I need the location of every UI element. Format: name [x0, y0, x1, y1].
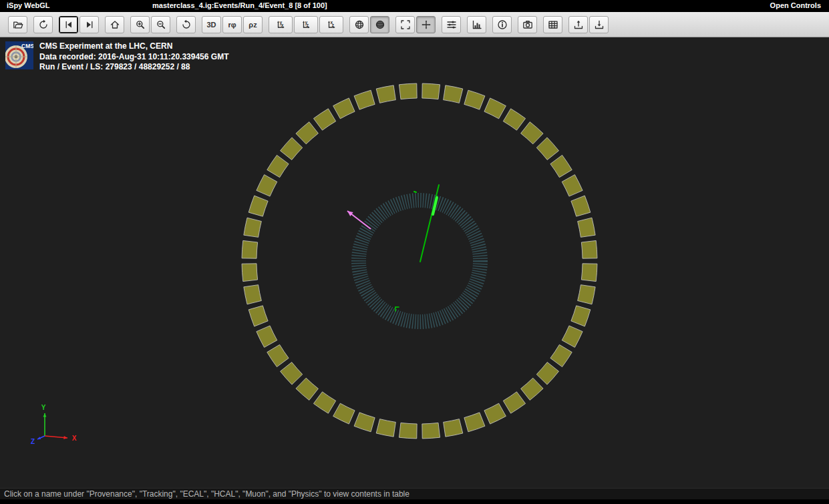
muon-chamber-segment[interactable] — [333, 403, 355, 424]
rotate-left-icon — [181, 19, 192, 30]
muon-chamber-segment[interactable] — [521, 378, 544, 400]
muon-chamber-segment[interactable] — [313, 392, 335, 413]
toolbar: 3D rφ ρz yx yz xz — [0, 12, 829, 37]
muon-chamber-segment[interactable] — [248, 196, 268, 216]
view-3d-button[interactable]: 3D — [202, 16, 221, 33]
muon-chamber-segment[interactable] — [333, 98, 355, 119]
muon-chamber-segment[interactable] — [578, 218, 595, 237]
zoom-out-icon — [156, 19, 166, 30]
muon-chamber-segment[interactable] — [376, 85, 395, 103]
muon-chamber-segment[interactable] — [578, 285, 595, 304]
muon-chamber-segment[interactable] — [464, 90, 485, 109]
tracker-ring[interactable] — [359, 200, 480, 322]
wireframe-sphere-button[interactable] — [349, 16, 369, 33]
table-button[interactable] — [543, 16, 562, 33]
muon-chamber-segment[interactable] — [422, 83, 440, 99]
muon-chamber-segment[interactable] — [550, 155, 572, 177]
muon-chamber-segment[interactable] — [536, 362, 558, 385]
center-view-button[interactable] — [416, 16, 436, 33]
muon-chamber-segment[interactable] — [444, 85, 463, 103]
view-xz-button[interactable]: xz — [319, 16, 343, 33]
muon-chamber-segment[interactable] — [422, 423, 440, 439]
view-yx-button[interactable]: yx — [269, 16, 293, 33]
settings-button[interactable] — [442, 16, 461, 33]
axis-letter: z — [332, 22, 335, 27]
muon-chamber-segment[interactable] — [521, 122, 544, 144]
next-event-icon — [84, 19, 95, 30]
open-controls-button[interactable]: Open Controls — [770, 1, 821, 9]
axis-letter: x — [281, 22, 284, 27]
muon-chamber-segment[interactable] — [399, 83, 417, 99]
axis-y-arrow-head — [43, 413, 47, 417]
fullscreen-button[interactable] — [395, 16, 415, 33]
upload-button[interactable] — [568, 16, 588, 33]
camera-button[interactable] — [518, 16, 537, 33]
data-recorded: Data recorded: 2016-Aug-31 10:11:20.3394… — [39, 52, 228, 63]
muon-chamber-segment[interactable] — [399, 423, 417, 439]
muon-chamber-segment[interactable] — [248, 306, 268, 326]
muon-chamber-segment[interactable] — [257, 175, 277, 196]
muon-chamber-segment[interactable] — [244, 218, 261, 237]
previous-event-icon — [63, 19, 74, 30]
muon-chamber-segment[interactable] — [354, 413, 375, 432]
axis-view-yx-icon: yx — [275, 19, 286, 30]
muon-chamber-segment[interactable] — [281, 138, 303, 160]
experiment-title: CMS Experiment at the LHC, CERN — [39, 41, 228, 52]
muon-chamber-segment[interactable] — [581, 240, 597, 258]
track-stub-top[interactable] — [414, 192, 416, 192]
event-info-overlay: CMS CMS Experiment at the LHC, CERN Data… — [5, 41, 228, 73]
rotate-left-button[interactable] — [176, 16, 196, 33]
camera-icon — [522, 19, 533, 30]
solid-sphere-button[interactable] — [370, 16, 389, 33]
event-display-canvas[interactable]: YXZ — [0, 37, 829, 488]
next-event-button[interactable] — [79, 16, 99, 33]
zoom-out-button[interactable] — [151, 16, 170, 33]
muon-chamber-segment[interactable] — [257, 326, 277, 347]
reload-button[interactable] — [33, 16, 53, 33]
muon-chamber-segment[interactable] — [242, 264, 258, 282]
axis-x-label: X — [72, 435, 77, 442]
muon-chamber-segment[interactable] — [354, 90, 375, 109]
previous-event-button[interactable] — [59, 16, 78, 33]
muon-chamber-segment[interactable] — [376, 419, 395, 437]
muon-chamber-segment[interactable] — [313, 109, 335, 130]
muon-chamber-segment[interactable] — [503, 392, 525, 413]
muon-chamber-segment[interactable] — [484, 98, 506, 119]
zoom-in-icon — [135, 19, 146, 30]
muon-chamber-segment[interactable] — [536, 138, 558, 160]
home-button[interactable] — [105, 16, 124, 33]
muon-chamber-segment[interactable] — [484, 403, 506, 424]
muon-chamber-segment[interactable] — [296, 122, 319, 144]
muon-chamber-segment[interactable] — [242, 240, 258, 258]
histogram-button[interactable] — [467, 16, 486, 33]
titlebar: iSpy WebGL masterclass_4.ig:Events/Run_4… — [0, 0, 829, 12]
bottom-strip — [0, 499, 829, 504]
event-display-area: YXZ CMS CMS Experiment at the LHC, CERN … — [0, 37, 829, 488]
upload-icon — [573, 19, 584, 30]
cms-logo: CMS — [5, 41, 33, 69]
muon-chamber-segment[interactable] — [464, 413, 485, 432]
open-file-button[interactable] — [8, 16, 27, 33]
muon-chamber-segment[interactable] — [503, 109, 525, 130]
axis-letter: z — [307, 22, 309, 27]
muon-chamber-segment[interactable] — [267, 344, 289, 366]
muon-chamber-segment[interactable] — [562, 175, 583, 196]
center-view-icon — [421, 19, 432, 30]
muon-chamber-segment[interactable] — [581, 264, 597, 282]
muon-chamber-segment[interactable] — [571, 306, 591, 326]
zoom-in-button[interactable] — [130, 16, 150, 33]
muon-chamber-segment[interactable] — [550, 344, 572, 366]
run-event-ls: Run / Event / LS: 279823 / 48829252 / 88 — [39, 62, 228, 73]
view-rphi-button[interactable]: rφ — [222, 16, 242, 33]
muon-chamber-segment[interactable] — [281, 362, 303, 385]
muon-chamber-segment[interactable] — [244, 285, 261, 304]
muon-chamber-segment[interactable] — [571, 196, 591, 216]
view-yz-button[interactable]: yz — [294, 16, 318, 33]
info-button[interactable] — [492, 16, 512, 33]
muon-chamber-segment[interactable] — [562, 326, 583, 347]
muon-chamber-segment[interactable] — [296, 378, 319, 400]
view-rhoz-button[interactable]: ρz — [243, 16, 263, 33]
muon-chamber-segment[interactable] — [444, 419, 463, 437]
download-button[interactable] — [589, 16, 609, 33]
muon-chamber-segment[interactable] — [267, 155, 289, 177]
